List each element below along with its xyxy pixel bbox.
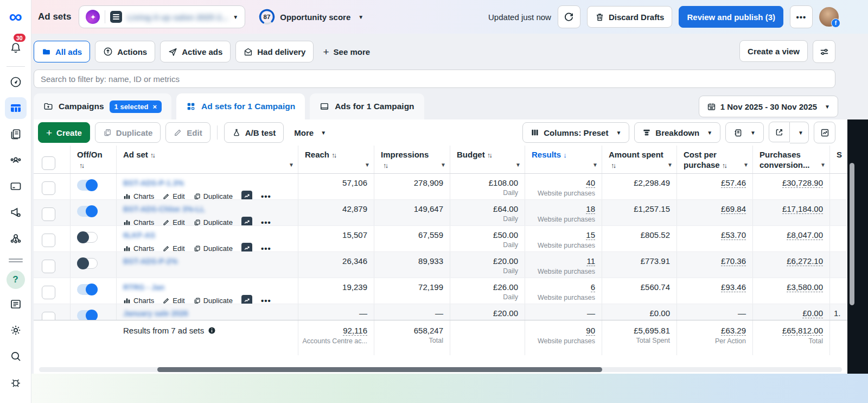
row-checkbox[interactable] <box>42 234 55 247</box>
onoff-toggle[interactable] <box>77 258 98 269</box>
opportunity-score[interactable]: 87 Opportunity score ▼ <box>258 8 363 26</box>
header-cost-per-purchase[interactable]: Cost perpurchase↑↓▼ <box>677 146 753 173</box>
select-all-checkbox[interactable] <box>42 156 55 170</box>
header-onoff[interactable]: Off/On↑↓ <box>71 146 117 173</box>
filter-active-ads[interactable]: Active ads <box>160 41 231 62</box>
edit-action[interactable]: Edit <box>163 244 184 253</box>
header-amount-spent[interactable]: Amount spent↑↓▼ <box>602 146 677 173</box>
edit-button[interactable]: Edit <box>165 122 210 143</box>
adset-name-link[interactable]: BST-ADS-P-1.3% <box>117 179 184 187</box>
adset-name-link[interactable]: BST-ADS-Chloe 3%-LL <box>117 205 205 213</box>
sidebar-item-audiences[interactable] <box>5 149 27 171</box>
sidebar-item-ads-reporting[interactable] <box>5 123 27 145</box>
sidebar-item-advertising-settings[interactable] <box>5 202 27 223</box>
onoff-toggle[interactable] <box>77 284 98 295</box>
filter-caret-icon[interactable]: ▼ <box>365 162 370 169</box>
export-options-button[interactable]: ▼ <box>790 122 809 143</box>
ab-test-button[interactable]: A/B test <box>224 122 284 143</box>
charts-action[interactable]: Charts <box>123 244 154 253</box>
info-icon[interactable] <box>208 326 216 335</box>
filter-had-delivery[interactable]: Had delivery <box>235 41 314 62</box>
clear-selection-icon[interactable]: × <box>152 103 157 111</box>
onoff-toggle[interactable] <box>77 232 98 243</box>
horizontal-scrollbar[interactable] <box>157 367 602 372</box>
search-input[interactable] <box>34 70 835 88</box>
adset-name-link[interactable]: BST-ADS-P-2% <box>117 257 177 266</box>
notifications-button[interactable]: 30 <box>5 37 27 59</box>
row-more-button[interactable]: ••• <box>261 296 271 305</box>
row-checkbox[interactable] <box>42 312 55 320</box>
filter-caret-icon[interactable]: ▼ <box>820 162 826 169</box>
more-options-button[interactable]: ••• <box>790 5 813 28</box>
adset-name-link[interactable]: January sale 2026 <box>117 309 188 318</box>
sidebar-item-search[interactable] <box>5 345 27 367</box>
tab-adsets[interactable]: Ad sets for 1 Campaign <box>176 93 305 119</box>
tab-campaigns[interactable]: Campaigns 1 selected× <box>34 93 171 119</box>
columns-button[interactable]: Columns: Preset▼ <box>522 122 629 143</box>
onoff-toggle[interactable] <box>77 180 98 191</box>
filter-caret-icon[interactable]: ▼ <box>441 162 446 169</box>
sidebar-item-overview[interactable] <box>5 71 27 93</box>
date-range-button[interactable]: 1 Nov 2025 - 30 Nov 2025 ▼ <box>699 96 838 117</box>
row-more-button[interactable]: ••• <box>261 192 271 200</box>
campaign-selector[interactable]: ✦ Living it up salon 2025 2... ▼ <box>79 5 245 28</box>
row-more-button[interactable]: ••• <box>261 244 271 253</box>
view-charts-button[interactable] <box>241 295 252 304</box>
filter-caret-icon[interactable]: ▼ <box>743 162 749 169</box>
sidebar-item-settings[interactable] <box>5 319 27 341</box>
row-checkbox[interactable] <box>42 286 55 299</box>
refresh-button[interactable] <box>558 5 580 28</box>
header-purchases-conversion[interactable]: Purchasesconversion...▼ <box>753 146 830 173</box>
selected-badge[interactable]: 1 selected× <box>110 100 162 113</box>
filter-all-ads[interactable]: All ads <box>34 41 90 62</box>
header-reach[interactable]: Reach↑↓▼ <box>298 146 374 173</box>
sidebar-item-campaigns[interactable] <box>5 97 27 119</box>
more-menu-button[interactable]: More▼ <box>289 128 331 137</box>
charts-action[interactable]: Charts <box>123 192 154 200</box>
view-charts-button[interactable] <box>241 217 252 226</box>
user-avatar[interactable]: f <box>819 7 839 27</box>
row-checkbox[interactable] <box>42 207 55 221</box>
filter-caret-icon[interactable]: ▼ <box>515 162 521 169</box>
discard-drafts-button[interactable]: Discard Drafts <box>587 6 673 28</box>
duplicate-button[interactable]: Duplicate <box>95 122 161 143</box>
edit-action[interactable]: Edit <box>163 218 184 226</box>
adset-name-link[interactable]: 6LKF-AS <box>117 231 155 240</box>
filter-actions[interactable]: Actions <box>95 41 155 62</box>
sidebar-item-report-bug[interactable] <box>5 371 27 393</box>
reports-button[interactable]: ▼ <box>725 122 764 143</box>
charts-panel-button[interactable] <box>814 122 835 143</box>
duplicate-action[interactable]: Duplicate <box>194 218 233 226</box>
breakdown-button[interactable]: Breakdown▼ <box>634 122 720 143</box>
sidebar-item-news[interactable] <box>5 293 27 315</box>
charts-action[interactable]: Charts <box>123 218 154 226</box>
help-button[interactable]: ? <box>7 270 25 289</box>
row-more-button[interactable]: ••• <box>261 218 271 226</box>
filter-caret-icon[interactable]: ▼ <box>592 162 598 169</box>
row-checkbox[interactable] <box>42 260 55 273</box>
row-checkbox[interactable] <box>42 181 55 195</box>
edit-action[interactable]: Edit <box>163 297 184 305</box>
vertical-scrollbar[interactable] <box>850 163 854 305</box>
sidebar-item-billing[interactable] <box>5 175 27 197</box>
see-more-button[interactable]: + See more <box>323 47 370 57</box>
view-charts-button[interactable] <box>241 243 252 252</box>
duplicate-action[interactable]: Duplicate <box>194 297 233 305</box>
meta-logo-icon[interactable]: ∞ <box>9 4 22 28</box>
header-results[interactable]: Results ↓▼ <box>525 146 602 173</box>
review-publish-button[interactable]: Review and publish (3) <box>679 6 783 28</box>
create-button[interactable]: +Create <box>38 122 90 143</box>
charts-action[interactable]: Charts <box>123 297 154 305</box>
onoff-toggle[interactable] <box>77 310 98 320</box>
tab-ads[interactable]: Ads for 1 Campaign <box>310 93 424 119</box>
duplicate-action[interactable]: Duplicate <box>194 192 233 200</box>
duplicate-action[interactable]: Duplicate <box>194 244 233 253</box>
view-settings-button[interactable] <box>813 40 835 63</box>
adset-name-link[interactable]: RTRG - Jan <box>117 283 164 292</box>
header-adset[interactable]: Ad set↑↓▼ <box>117 146 298 173</box>
export-button[interactable] <box>769 122 790 142</box>
header-budget[interactable]: Budget↑↓▼ <box>450 146 525 173</box>
filter-caret-icon[interactable]: ▼ <box>667 162 673 169</box>
edit-action[interactable]: Edit <box>163 192 184 200</box>
header-impressions[interactable]: Impressions↑↓▼ <box>374 146 450 173</box>
